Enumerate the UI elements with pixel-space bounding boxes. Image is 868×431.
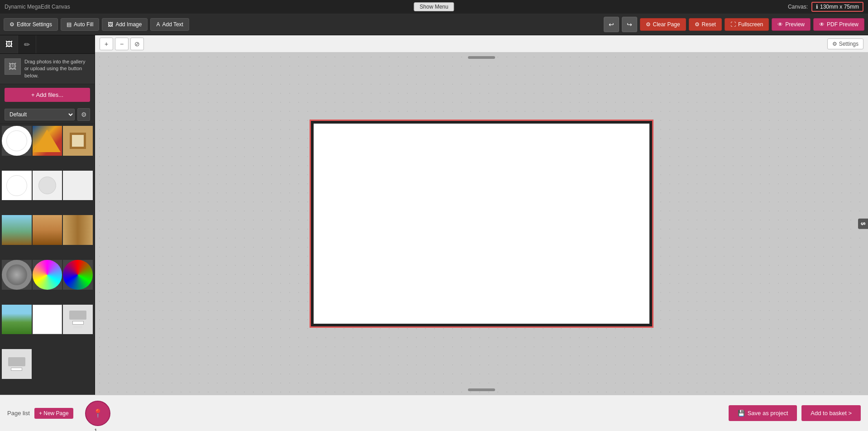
reset-icon: ⚙ (695, 21, 700, 28)
pin-icon: 📍 (93, 408, 103, 418)
sidebar-tabs: 🖼 ✏ (0, 35, 95, 54)
main-toolbar: ⚙ Editor Settings ▤ Auto Fill 🖼 Add Imag… (0, 14, 868, 35)
sidebar-tab-gallery[interactable]: 🖼 (0, 35, 18, 53)
canvas-label: Canvas: (788, 4, 808, 10)
add-image-button[interactable]: 🖼 Add Image (102, 18, 148, 31)
preview-icon: 👁 (777, 21, 783, 28)
editor-settings-button[interactable]: ⚙ Editor Settings (4, 18, 58, 31)
fullscreen-icon: ⛶ (730, 21, 736, 28)
list-item[interactable] (2, 305, 32, 335)
add-image-label: Add Image (115, 21, 142, 28)
list-item[interactable] (33, 126, 62, 156)
autofill-icon: ▤ (67, 21, 72, 28)
fullscreen-label: Fullscreen (738, 21, 763, 28)
settings-button[interactable]: ⚙ Settings (827, 38, 863, 49)
left-sidebar: 🖼 ✏ 🖼 Drag photos into the gallery or up… (0, 35, 95, 395)
settings-gear-icon: ⚙ (832, 41, 837, 47)
settings-label: Settings (839, 41, 858, 47)
list-item[interactable] (63, 215, 93, 245)
canvas-inner[interactable] (311, 121, 652, 326)
pdf-icon: 👁 (819, 21, 825, 28)
minus-icon: − (120, 40, 124, 48)
canvas-area: $ (95, 53, 868, 395)
page-list-label: Page list (7, 410, 30, 417)
list-item[interactable] (33, 305, 62, 335)
sub-toolbar: + − ⊘ ⚙ Settings (95, 35, 868, 53)
list-item[interactable] (33, 260, 62, 290)
undo-button[interactable]: ↩ (604, 17, 619, 32)
list-item[interactable] (63, 171, 93, 201)
preview-label: Preview (785, 21, 805, 28)
add-to-basket-button[interactable]: Add to basket > (801, 405, 861, 421)
bottom-right-actions: 💾 Save as project Add to basket > (729, 405, 861, 421)
add-text-button[interactable]: A Add Text (150, 18, 189, 31)
scroll-bottom-indicator (468, 388, 495, 391)
list-item[interactable] (2, 126, 32, 156)
sidebar-tab-pen[interactable]: ✏ (18, 35, 36, 53)
canvas-outer-border[interactable] (310, 120, 653, 328)
list-item[interactable] (2, 171, 32, 201)
pdf-preview-button[interactable]: 👁 PDF Preview (813, 18, 864, 31)
list-item[interactable] (63, 126, 93, 156)
list-item[interactable] (63, 260, 93, 290)
list-item[interactable] (33, 171, 62, 201)
pdf-preview-label: PDF Preview (827, 21, 858, 28)
add-icon: + (105, 40, 108, 48)
show-menu-button[interactable]: Show Menu (414, 2, 454, 11)
list-item[interactable] (2, 260, 32, 290)
clear-page-button[interactable]: ⚙ Clear Page (640, 18, 686, 31)
clear-page-label: Clear Page (653, 21, 680, 28)
reset-label: Reset (702, 21, 716, 28)
content-area: + − ⊘ ⚙ Settings $ (95, 35, 868, 395)
settings-icon: ⚙ (10, 21, 14, 28)
save-icon: 💾 (738, 410, 745, 417)
add-text-label: Add Text (162, 21, 183, 28)
image-grid (0, 124, 95, 395)
drag-hint-text: Drag photos into the gallery or upload u… (24, 58, 90, 79)
gallery-controls: Default ⚙ (0, 105, 95, 124)
auto-fill-button[interactable]: ▤ Auto Fill (61, 18, 99, 31)
save-project-label: Save as project (748, 410, 788, 417)
top-bar: Dynamic MegaEdit Canvas Show Menu Canvas… (0, 0, 868, 14)
gallery-icon: 🖼 (5, 40, 13, 48)
drag-hint-icon: 🖼 (5, 58, 21, 75)
add-layer-button[interactable]: + (100, 38, 113, 50)
info-icon: ℹ (816, 4, 818, 10)
dollar-panel[interactable]: $ (858, 219, 868, 229)
canvas-container (310, 120, 653, 328)
gallery-gear-button[interactable]: ⚙ (77, 108, 90, 121)
add-files-button[interactable]: + Add files... (5, 88, 90, 102)
toolbar-right-group: ↩ ↪ ⚙ Clear Page ⚙ Reset ⛶ Fullscreen 👁 … (604, 17, 864, 32)
fullscreen-button[interactable]: ⛶ Fullscreen (725, 18, 769, 31)
auto-fill-label: Auto Fill (74, 21, 93, 28)
canvas-info: Canvas: ℹ 130mm x 75mm (788, 2, 863, 12)
page-thumb-container: 📍 1 (81, 401, 110, 426)
remove-layer-button[interactable]: − (115, 38, 129, 50)
gallery-select[interactable]: Default (5, 109, 75, 120)
cancel-layer-button[interactable]: ⊘ (130, 38, 144, 50)
scroll-top-indicator (468, 56, 495, 59)
canvas-size-box: ℹ 130mm x 75mm (811, 2, 863, 12)
reset-button[interactable]: ⚙ Reset (689, 18, 722, 31)
preview-button[interactable]: 👁 Preview (772, 18, 811, 31)
clear-icon: ⚙ (646, 21, 651, 28)
new-page-button[interactable]: + New Page (34, 408, 73, 419)
page-thumb-1[interactable]: 📍 (85, 401, 110, 426)
pen-icon: ✏ (24, 40, 30, 49)
redo-button[interactable]: ↪ (622, 17, 637, 32)
cancel-icon: ⊘ (134, 40, 140, 48)
page-number-label: 1 (94, 428, 97, 431)
add-text-icon: A (156, 21, 160, 28)
main-layout: 🖼 ✏ 🖼 Drag photos into the gallery or up… (0, 35, 868, 395)
list-item[interactable] (63, 305, 93, 335)
show-menu-container: Show Menu (414, 2, 454, 11)
add-image-icon: 🖼 (108, 21, 113, 28)
list-item[interactable] (33, 215, 62, 245)
bottom-bar: Page list + New Page 📍 1 💾 Save as proje… (0, 395, 868, 431)
list-item[interactable] (2, 215, 32, 245)
list-item[interactable] (2, 349, 32, 379)
canvas-size: 130mm x 75mm (820, 4, 859, 10)
basket-label: Add to basket > (811, 410, 852, 417)
save-project-button[interactable]: 💾 Save as project (729, 405, 797, 421)
drag-hint-area: 🖼 Drag photos into the gallery or upload… (0, 54, 95, 84)
